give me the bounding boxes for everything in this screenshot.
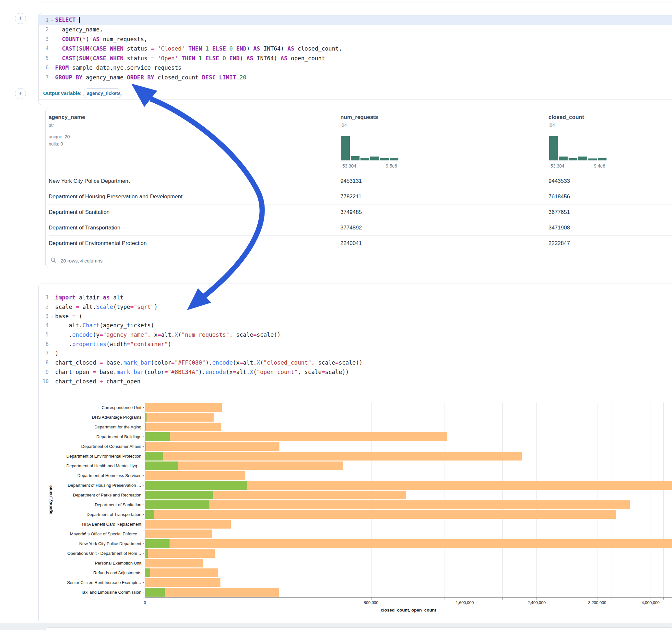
chart-x-tick-label: 800,000 — [364, 601, 378, 605]
chart-gridline — [568, 403, 568, 597]
chart-gridline — [341, 403, 341, 597]
bar-closed-count — [145, 403, 222, 412]
chart-x-tick — [536, 598, 537, 600]
bar-closed-count — [145, 510, 616, 519]
chart-y-tick — [143, 446, 144, 446]
chart-x-tick — [651, 598, 651, 600]
bar-open-count — [145, 461, 178, 470]
chart-y-label: Department of Homeless Services — [45, 473, 141, 478]
chart-x-tick — [465, 598, 465, 600]
chart-gridline — [465, 403, 465, 597]
bar-closed-count — [145, 578, 220, 587]
chart-x-tick — [305, 598, 305, 600]
bar-open-count — [145, 549, 148, 558]
chart-gridline — [611, 403, 611, 597]
chart-y-tick — [143, 573, 144, 573]
chart-gridline — [597, 403, 597, 597]
chart-y-tick — [143, 543, 144, 544]
chart-x-tick — [422, 598, 422, 600]
bar-open-count — [145, 500, 210, 509]
bar-open-count — [145, 442, 146, 451]
bar-closed-count — [145, 568, 218, 577]
bar-open-count — [145, 432, 170, 441]
chart-y-tick — [143, 485, 144, 485]
chart-x-tick — [371, 598, 371, 600]
bar-closed-count — [145, 471, 245, 480]
chart-y-tick — [143, 466, 144, 466]
bar-closed-count — [145, 539, 672, 548]
chart-y-label: Correspondence Unit — [45, 405, 141, 410]
chart-y-label: Department of Buildings — [45, 434, 141, 439]
chart-x-tick — [583, 598, 583, 600]
chart-gridline — [484, 403, 484, 597]
chart-x-tick — [625, 598, 625, 600]
bar-open-count — [145, 588, 165, 597]
chart-gridline — [625, 403, 625, 597]
chart-y-label: Department of Transportation — [45, 512, 141, 517]
chart-y-label: Department of Consumer Affairs — [45, 444, 141, 449]
bar-open-count — [145, 568, 150, 577]
notebook-page: { "sql_cell": { "output_label": "Output … — [0, 0, 672, 630]
chart-gridline — [638, 403, 638, 597]
chart-gridline — [444, 403, 445, 597]
chart-y-tick — [143, 427, 144, 427]
chart-y-tick — [143, 505, 144, 505]
chart-y-label: Department of Parks and Recreation — [45, 492, 141, 498]
chart-y-label: Personal Exemption Unit — [45, 561, 141, 565]
chart-x-tick — [145, 598, 145, 600]
chart-x-tick — [597, 598, 597, 600]
chart-gridline — [651, 403, 651, 597]
chart-gridline — [371, 403, 371, 597]
chart-x-tick — [520, 598, 520, 600]
bar-open-count — [145, 452, 163, 461]
chart-gridline — [536, 403, 537, 597]
chart-gridline — [305, 403, 305, 597]
bar-closed-count — [145, 422, 221, 431]
chart-y-label: Taxi and Limousine Commission — [45, 590, 141, 595]
next-cell-top-edge — [45, 627, 672, 630]
chart-y-tick — [143, 476, 144, 476]
chart-y-tick — [143, 582, 144, 583]
chart-y-tick — [143, 437, 144, 437]
bar-open-count — [145, 539, 170, 548]
chart-y-label: Refunds and Adjustments — [45, 571, 141, 575]
chart-y-label: Department of Environmental Protection — [45, 454, 141, 459]
chart-x-tick — [553, 598, 553, 600]
bar-closed-count — [145, 413, 214, 421]
chart-y-tick — [143, 524, 144, 524]
altair-chart: Correspondence UnitDHS Advantage Program… — [0, 0, 672, 630]
chart-y-tick — [143, 456, 144, 456]
chart-y-label: Department of Housing Preservation … — [45, 483, 141, 488]
chart-y-label: DHS Advantage Programs — [45, 415, 141, 420]
bar-closed-count — [145, 520, 231, 529]
chart-gridline — [422, 403, 422, 597]
chart-y-label: Operations Unit - Department of Hom… — [45, 551, 141, 556]
chart-gridline — [258, 403, 258, 597]
chart-x-tick — [444, 598, 445, 600]
chart-y-label: New York City Police Department — [45, 541, 141, 546]
chart-x-tick-label: 3,200,000 — [588, 601, 606, 605]
chart-gridline — [398, 403, 398, 597]
bar-open-count — [145, 422, 146, 431]
chart-x-axis-line — [145, 597, 672, 598]
chart-y-tick — [143, 495, 144, 495]
chart-x-tick — [258, 598, 258, 600]
chart-x-tick-label: 4,000,000 — [642, 601, 660, 605]
bar-open-count — [145, 481, 247, 490]
chart-x-tick-label: 2,400,000 — [528, 601, 546, 605]
chart-y-tick — [143, 553, 144, 554]
chart-x-axis-title: closed_count, open_count — [381, 608, 436, 612]
chart-x-tick — [341, 598, 341, 600]
chart-y-label: Department of Sanitation — [45, 502, 141, 507]
bar-open-count — [145, 413, 146, 421]
chart-y-tick — [143, 407, 144, 408]
bar-closed-count — [145, 559, 203, 567]
bar-closed-count — [145, 500, 630, 509]
chart-gridline — [502, 403, 503, 597]
chart-gridline — [583, 403, 583, 597]
chart-gridline — [553, 403, 553, 597]
bar-closed-count — [145, 432, 447, 441]
chart-x-tick — [484, 598, 484, 600]
chart-y-axis-title: agency_name — [48, 482, 53, 518]
bar-open-count — [145, 491, 213, 500]
